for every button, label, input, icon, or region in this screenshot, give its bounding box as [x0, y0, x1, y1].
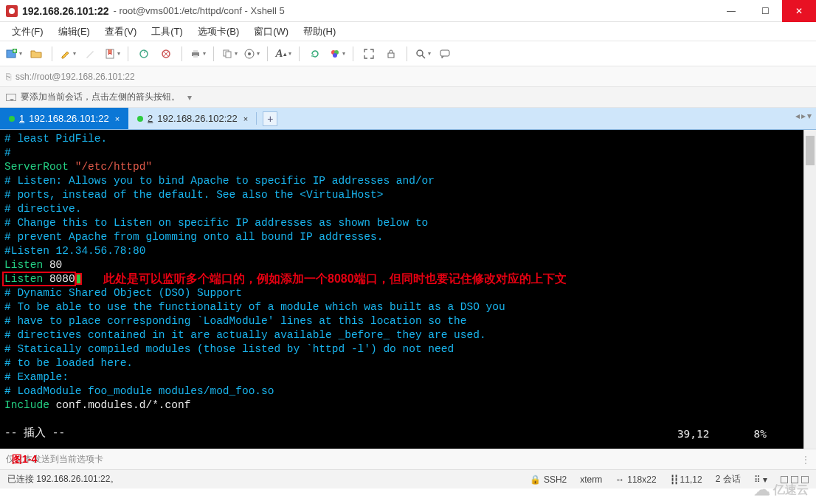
- vim-position: 39,12: [677, 427, 710, 441]
- tab-close-icon[interactable]: ×: [243, 114, 248, 123]
- title-path: - root@vms001:/etc/httpd/conf - Xshell 5: [114, 5, 285, 16]
- term-line: # Listen: Allows you to bind Apache to s…: [4, 175, 435, 187]
- vim-percent: 8%: [754, 427, 767, 441]
- copy-icon[interactable]: ▾: [220, 44, 239, 63]
- title-host: 192.168.26.101:22: [22, 5, 109, 17]
- terminal-cursor: [75, 273, 82, 285]
- paste-icon[interactable]: ▾: [242, 44, 261, 63]
- annotation-text: 此处是可以监听多个端口的，例如添加一个8080端口，但同时也要记住修改对应的上下…: [103, 272, 567, 286]
- compose-menu-icon[interactable]: ⋮: [801, 455, 810, 465]
- close-button[interactable]: ✕: [782, 0, 816, 22]
- status-sessions: 2 会话: [716, 473, 741, 486]
- menu-tab[interactable]: 选项卡(B): [193, 24, 243, 40]
- lock-icon[interactable]: [381, 44, 401, 63]
- brand-watermark: ☁ 亿速云: [754, 480, 809, 500]
- svg-point-14: [333, 53, 337, 58]
- scrollbar-thumb[interactable]: [806, 136, 815, 165]
- status-bar: 已连接 192.168.26.101:22。 🔒SSH2 xterm ↔ 118…: [0, 469, 816, 489]
- status-dot-icon: [137, 116, 143, 122]
- svg-point-3: [140, 50, 148, 58]
- open-session-icon[interactable]: [27, 44, 46, 63]
- toolbar-separator: [299, 46, 300, 61]
- hint-dropdown-icon[interactable]: ▾: [187, 92, 192, 103]
- terminal-scrollbar[interactable]: [803, 130, 816, 449]
- font-icon[interactable]: A▴▾: [274, 44, 293, 63]
- refresh-icon[interactable]: [305, 44, 325, 63]
- tab-session-2[interactable]: 2 192.168.26.102:22 ×: [128, 108, 257, 129]
- toolbar: ▾ ▾ ▾ ▾ ▾ ▾ A▴▾ ▾ ▾: [0, 41, 816, 66]
- status-cursor: ┇┇ 11,12: [670, 474, 702, 485]
- status-term-type: xterm: [580, 474, 602, 485]
- term-line: # to be loaded here.: [4, 357, 133, 369]
- terminal-area: # least PidFile. # ServerRoot "/etc/http…: [0, 130, 816, 449]
- tab-nav: ◂ ▸ ▾: [795, 111, 812, 121]
- tab-prev-icon[interactable]: ◂: [795, 111, 800, 121]
- tab-close-icon[interactable]: ×: [115, 114, 120, 123]
- term-line: # LoadModule foo_module modules/mod_foo.…: [4, 385, 274, 397]
- address-url[interactable]: ssh://root@192.168.26.101:22: [15, 72, 135, 82]
- tab-number: 2: [148, 113, 153, 124]
- term-line: # Example:: [4, 371, 69, 383]
- window-controls: — ☐ ✕: [714, 0, 816, 22]
- term-line: # least PidFile.: [4, 133, 107, 145]
- fullscreen-icon[interactable]: [359, 44, 378, 63]
- maximize-button[interactable]: ☐: [748, 0, 782, 22]
- toolbar-separator: [213, 46, 214, 61]
- svg-rect-17: [440, 50, 449, 56]
- term-line: # Statically compiled modules (those lis…: [4, 343, 454, 355]
- term-directive: Include: [4, 399, 49, 411]
- tab-menu-icon[interactable]: ▾: [807, 111, 812, 121]
- wand-icon[interactable]: [80, 44, 100, 63]
- term-line: #Listen 12.34.56.78:80: [4, 245, 145, 257]
- highlight-icon[interactable]: ▾: [58, 44, 77, 63]
- term-line: # Dynamic Shared Object (DSO) Support: [4, 287, 242, 299]
- minimize-button[interactable]: —: [714, 0, 748, 22]
- tab-strip: 1 192.168.26.101:22 × 2 192.168.26.102:2…: [0, 108, 816, 130]
- term-line: # have to place corresponding `LoadModul…: [4, 315, 467, 327]
- vim-mode: -- 插入 --: [4, 427, 65, 439]
- menu-window[interactable]: 窗口(W): [249, 24, 293, 40]
- svg-rect-6: [193, 50, 198, 52]
- tab-label: 192.168.26.101:22: [29, 113, 108, 124]
- tab-label: 192.168.26.102:22: [157, 113, 237, 124]
- tab-next-icon[interactable]: ▸: [801, 111, 806, 121]
- svg-rect-15: [388, 53, 394, 58]
- menu-view[interactable]: 查看(V): [100, 24, 141, 40]
- disconnect-icon[interactable]: [156, 44, 176, 63]
- menu-tools[interactable]: 工具(T): [147, 24, 187, 40]
- tab-session-1[interactable]: 1 192.168.26.101:22 ×: [0, 108, 128, 129]
- svg-rect-7: [193, 55, 198, 58]
- terminal[interactable]: # least PidFile. # ServerRoot "/etc/http…: [0, 130, 803, 449]
- menu-bar: 文件(F) 编辑(E) 查看(V) 工具(T) 选项卡(B) 窗口(W) 帮助(…: [0, 22, 816, 41]
- toolbar-separator: [407, 46, 407, 61]
- svg-point-16: [417, 50, 423, 56]
- term-line: # directives contained in it are actuall…: [4, 329, 486, 341]
- new-tab-button[interactable]: +: [263, 111, 277, 126]
- term-value: conf.modules.d/*.conf: [56, 399, 191, 411]
- term-line: #: [4, 147, 11, 159]
- lock-icon: 🔒: [530, 474, 541, 485]
- bookmark-icon[interactable]: ▾: [103, 44, 122, 63]
- term-directive: ServerRoot: [4, 161, 69, 173]
- menu-file[interactable]: 文件(F): [7, 24, 48, 40]
- cloud-icon: ☁: [754, 480, 770, 500]
- app-icon: [6, 5, 18, 17]
- term-line: # To be able to use the functionality of…: [4, 301, 505, 313]
- svg-rect-9: [226, 52, 231, 58]
- new-session-icon[interactable]: ▾: [4, 44, 24, 63]
- menu-help[interactable]: 帮助(H): [299, 24, 340, 40]
- status-connection: 已连接 192.168.26.101:22。: [7, 473, 119, 486]
- status-protocol: 🔒SSH2: [530, 474, 567, 485]
- copy-url-icon[interactable]: ⎘: [6, 72, 11, 82]
- status-dot-icon: [9, 116, 15, 122]
- print-icon[interactable]: ▾: [188, 44, 207, 63]
- menu-edit[interactable]: 编辑(E): [54, 24, 94, 40]
- term-line: # directive.: [4, 203, 81, 215]
- brand-text: 亿速云: [773, 483, 809, 498]
- toolbar-separator: [52, 46, 52, 61]
- address-bar: ⎘ ssh://root@192.168.26.101:22: [0, 66, 816, 87]
- reconnect-icon[interactable]: [134, 44, 153, 63]
- comment-icon[interactable]: [435, 44, 454, 63]
- search-icon[interactable]: ▾: [413, 44, 432, 63]
- color-icon[interactable]: ▾: [328, 44, 347, 63]
